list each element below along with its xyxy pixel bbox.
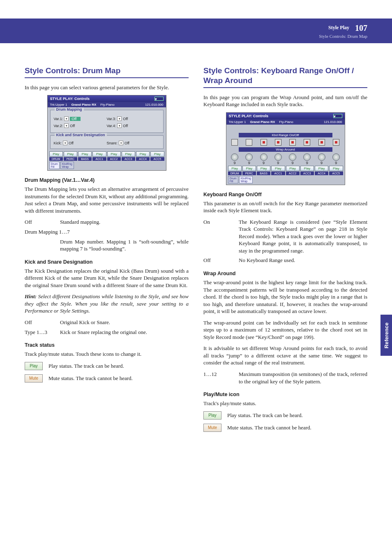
header-bar: Style Play 107 Style Controls: Drum Map	[0, 19, 392, 43]
play-icon: Play	[25, 362, 43, 370]
knob-icon	[289, 153, 296, 161]
dropdown-icon: ▾	[117, 116, 122, 121]
mute-icon: Mute	[25, 374, 43, 383]
def-term: Off	[25, 218, 60, 226]
icon-desc: Mute status. The track cannot be heard.	[48, 375, 133, 382]
subhead-drum-mapping: Drum Mapping (Var.1…Var.4)	[25, 177, 189, 183]
strip-kbd-range: Kbd Range On/Off	[239, 133, 332, 137]
panel-kick-snare: Kick and Snare Designation	[55, 133, 107, 137]
def-term: On	[203, 218, 239, 255]
knob-icon	[332, 153, 340, 161]
def-term: Type 1…3	[25, 329, 60, 336]
checkbox-on-icon	[261, 139, 267, 146]
play-row: PlayPlayPlayPlayPlayPlayPlayPlay	[48, 151, 166, 157]
right-column: Style Controls: Keyboard Range On/Off / …	[203, 66, 367, 436]
text: This parameter is an on/off switch for t…	[203, 200, 367, 214]
shot-title: STYLE PLAY: Controls	[50, 97, 90, 101]
intro-text: In this page you can select various gene…	[25, 84, 189, 91]
knob-icon	[231, 153, 238, 161]
dropdown-icon: ▾	[119, 141, 123, 145]
subhead-wrap-around: Wrap Around	[203, 271, 367, 276]
def-desc: Maximum transposition (in semitones) of …	[239, 371, 367, 385]
checkbox-off-icon	[246, 139, 252, 146]
icon-desc: Play status. The track can be heard.	[227, 412, 303, 419]
text: Track's play/mute status.	[203, 400, 367, 407]
checkbox-off-icon	[231, 139, 238, 146]
icon-desc: Play status. The track can be heard.	[48, 363, 124, 369]
knob-icon	[274, 153, 282, 161]
subhead-kbd-range-onoff: Keyboard Range On/Off	[203, 192, 367, 197]
header-section: Style Play	[328, 25, 349, 30]
screenshot-kbd-range: STYLE PLAY: Controls▾ Trk:Upper 1Grand P…	[226, 112, 345, 185]
rule	[25, 77, 189, 78]
text: The Kick Designation replaces the origin…	[25, 267, 189, 289]
heading-kbd-range: Style Controls: Keyboard Range On/Off / …	[203, 66, 367, 86]
def-desc: No Keyboard Range used.	[239, 257, 367, 264]
def-term: 1…12	[203, 371, 239, 385]
def-term: Drum Mapping 1…7	[25, 228, 73, 236]
def-desc: The Keyboard Range is considered (see “S…	[239, 218, 367, 255]
text: Track play/mute status. Touch these icon…	[25, 350, 189, 358]
text: It is advisable to set different Wrap Ar…	[203, 345, 367, 366]
knob-icon	[303, 153, 311, 161]
dropdown-icon: ▾	[64, 123, 69, 128]
knob-icon	[260, 153, 267, 161]
rule	[203, 87, 367, 88]
def-term: Off	[203, 257, 239, 264]
menu-icon: ▾	[333, 114, 342, 118]
subhead-track-status: Track status	[25, 342, 189, 348]
heading-drum-map: Style Controls: Drum Map	[25, 66, 189, 76]
checkbox-on-icon	[275, 139, 281, 146]
text: The Drum Mapping lets you select an alte…	[25, 186, 189, 214]
subhead-kick-snare: Kick and Snare Designation	[25, 259, 189, 265]
text: The wrap-around point can be individuall…	[203, 319, 367, 341]
page: Style Play 107 Style Controls: Drum Map …	[0, 19, 392, 538]
shot-trk: Trk:Upper 1	[50, 103, 67, 107]
shot-num: 121.010.000	[145, 103, 164, 107]
def-desc: Kick or Snare replacing the original one…	[60, 329, 189, 336]
menu-icon: ▾	[154, 97, 164, 101]
knob-icon	[318, 153, 325, 161]
screenshot-drum-map: STYLE PLAY: Controls▾ Trk:Upper 1Grand P…	[47, 95, 166, 171]
icon-desc: Mute status. The track cannot be heard.	[227, 424, 311, 431]
subhead-play-mute-icon: Play/Mute icon	[203, 392, 367, 397]
side-tab-label: Reference	[383, 322, 390, 348]
columns: Style Controls: Drum Map In this page yo…	[25, 66, 367, 436]
def-desc: Standard mapping.	[60, 218, 189, 226]
dropdown-icon: ▾	[63, 141, 67, 145]
side-tab-reference: Reference	[380, 315, 392, 356]
shot-patch: Fty-Piano	[100, 103, 114, 107]
left-column: Style Controls: Drum Map In this page yo…	[25, 66, 189, 436]
panel-drum-mapping: Drum Mapping	[55, 107, 84, 111]
text: The wrap-around point is the highest key…	[203, 279, 367, 315]
mute-icon: Mute	[203, 424, 221, 432]
checkbox-on-icon	[304, 139, 310, 146]
dropdown-icon: ▾	[64, 116, 69, 121]
header-crumb: Style Play 107	[0, 23, 367, 33]
checkbox-on-icon	[289, 139, 296, 146]
page-number: 107	[355, 23, 367, 32]
checkbox-on-icon	[333, 139, 339, 146]
def-term: Off	[25, 319, 60, 326]
def-desc: Drum Map number. Mapping 1 is “soft-soun…	[60, 238, 189, 253]
hint-text: Hint: Select different Designations whil…	[25, 293, 189, 315]
def-desc: Original Kick or Snare.	[60, 319, 189, 326]
knob-icon	[245, 153, 253, 161]
shot-title: STYLE PLAY: Controls	[229, 114, 269, 118]
label-row: DRUMPERCBASSACC1ACC2ACC3ACC4ACC5	[48, 157, 166, 161]
intro-text: In this page you can program the Wrap Ar…	[203, 94, 367, 108]
checkbox-on-icon	[318, 139, 325, 146]
strip-wrap-around: Wrap Around	[239, 147, 332, 152]
shot-sound: Grand Piano RX	[71, 103, 96, 107]
header-breadcrumb: Style Controls: Drum Map	[0, 34, 367, 39]
play-icon: Play	[203, 411, 221, 420]
dropdown-icon: ▾	[117, 123, 122, 128]
